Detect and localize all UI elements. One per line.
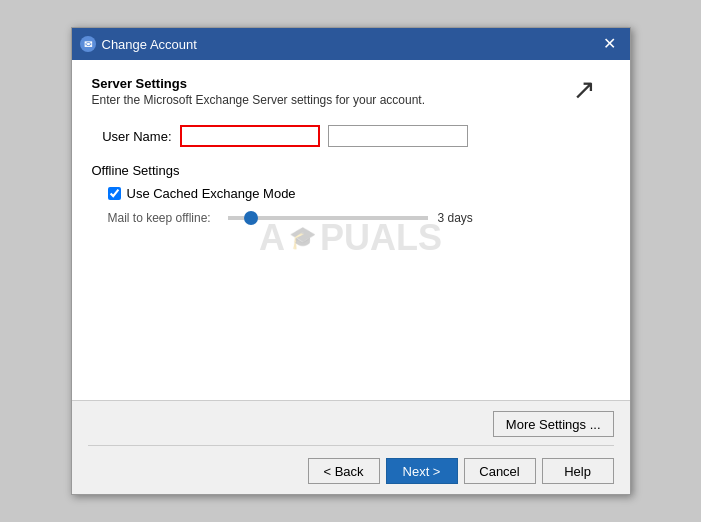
content-area: Server Settings Enter the Microsoft Exch…	[72, 60, 630, 400]
section-subtitle: Enter the Microsoft Exchange Server sett…	[92, 93, 560, 107]
more-settings-button[interactable]: More Settings ...	[493, 411, 614, 437]
slider-value: 3 days	[438, 211, 473, 225]
change-account-dialog: ✉ Change Account ✕ Server Settings Enter…	[71, 27, 631, 495]
cursor-icon: ↖	[573, 76, 596, 104]
server-input[interactable]	[328, 125, 468, 147]
username-row: User Name:	[92, 125, 560, 147]
app-icon: ✉	[80, 36, 96, 52]
close-button[interactable]: ✕	[598, 32, 622, 56]
offline-settings: Offline Settings Use Cached Exchange Mod…	[92, 163, 560, 225]
username-input[interactable]	[180, 125, 320, 147]
bottom-bar: More Settings ... < Back Next > Cancel H…	[72, 400, 630, 494]
side-icon-area: ↖	[560, 76, 610, 384]
section-title: Server Settings	[92, 76, 560, 91]
main-content: Server Settings Enter the Microsoft Exch…	[92, 76, 560, 384]
help-button[interactable]: Help	[542, 458, 614, 484]
cached-mode-checkbox[interactable]	[108, 187, 121, 200]
offline-title: Offline Settings	[92, 163, 560, 178]
slider-row: Mail to keep offline: 3 days	[108, 211, 560, 225]
cached-mode-label: Use Cached Exchange Mode	[127, 186, 296, 201]
next-button[interactable]: Next >	[386, 458, 458, 484]
cached-mode-row: Use Cached Exchange Mode	[108, 186, 560, 201]
username-label: User Name:	[92, 129, 172, 144]
title-bar-left: ✉ Change Account	[80, 36, 197, 52]
divider	[88, 445, 614, 446]
slider-label: Mail to keep offline:	[108, 211, 218, 225]
offline-slider[interactable]	[228, 216, 428, 220]
cancel-button[interactable]: Cancel	[464, 458, 536, 484]
back-button[interactable]: < Back	[308, 458, 380, 484]
button-row: < Back Next > Cancel Help	[88, 458, 614, 484]
more-settings-row: More Settings ...	[88, 411, 614, 437]
title-bar: ✉ Change Account ✕	[72, 28, 630, 60]
dialog-title: Change Account	[102, 37, 197, 52]
